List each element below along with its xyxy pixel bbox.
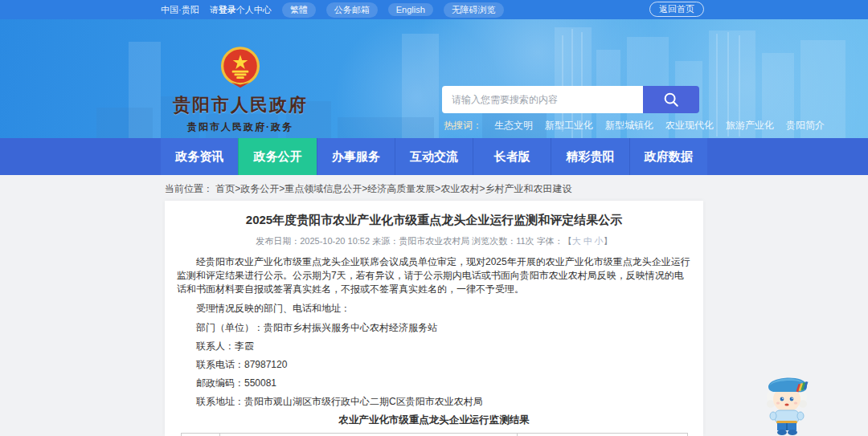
link-english[interactable]: English <box>388 3 433 16</box>
contact-person: 联系人：李霞 <box>177 340 691 353</box>
hot-word-3[interactable]: 新型城镇化 <box>605 119 653 132</box>
site-search <box>442 86 699 113</box>
guiyang-gov-page: 中国·贵阳 请登录个人中心 繁體 公务邮箱 English 无障碍浏览 返回首页 <box>0 0 868 436</box>
contact-department: 部门（单位）：贵阳市乡村振兴服务中心农村经济服务站 <box>177 321 691 335</box>
font-size-label: 字体：【 <box>537 236 572 246</box>
nav-item-zhengwu-gongkai[interactable]: 政务公开 <box>238 138 316 175</box>
contact-postcode: 邮政编码：550081 <box>177 377 691 390</box>
link-traditional-chinese[interactable]: 繁體 <box>282 2 316 18</box>
hot-words-label: 热搜词： <box>444 119 482 132</box>
paragraph-acceptance: 受理情况反映的部门、电话和地址： <box>177 302 691 316</box>
nav-item-zhangzheban[interactable]: 长者版 <box>473 138 551 175</box>
contact-phone: 联系电话：87987120 <box>177 358 691 372</box>
hot-word-1[interactable]: 生态文明 <box>494 119 533 132</box>
breadcrumb: 当前位置： 首页>政务公开>重点领域信息公开>经济高质量发展>农业农村>乡村产业… <box>165 182 571 196</box>
font-size-suffix: 】 <box>604 236 612 246</box>
article-title: 2025年度贵阳市农业产业化市级重点龙头企业运行监测和评定结果公示 <box>165 201 703 228</box>
article-body: 经贵阳市农业产业化市级重点龙头企业联席会议成员单位审定，现对2025年开展的农业… <box>165 247 703 409</box>
article-card: 2025年度贵阳市农业产业化市级重点龙头企业运行监测和评定结果公示 发布日期：2… <box>165 201 703 436</box>
hot-word-2[interactable]: 新型工业化 <box>545 119 593 132</box>
link-login-personal-center[interactable]: 请登录个人中心 <box>210 4 272 16</box>
top-utility-bar: 中国·贵阳 请登录个人中心 繁體 公务邮箱 English 无障碍浏览 返回首页 <box>0 0 868 19</box>
mascot-assistant[interactable] <box>762 366 812 436</box>
search-icon <box>662 91 680 108</box>
search-button[interactable] <box>643 86 699 113</box>
breadcrumb-label: 当前位置： <box>165 183 213 194</box>
contact-address: 联系地址：贵阳市观山湖区市级行政中心二期C区贵阳市农业农村局 <box>177 395 691 409</box>
nav-item-jingcai-guiyang[interactable]: 精彩贵阳 <box>551 138 628 175</box>
header-banner: 贵阳市人民政府 贵阳市人民政府·政务 www.guiyang.gov.cn 热搜… <box>0 19 868 138</box>
search-input[interactable] <box>442 86 643 113</box>
link-china-guiyang[interactable]: 中国·贵阳 <box>161 4 199 16</box>
nav-item-banshi-fuwu[interactable]: 办事服务 <box>317 138 395 175</box>
table-caption: 农业产业化市级重点龙头企业运行监测结果 <box>165 414 703 427</box>
publish-date: 发布日期：2025-10-20 10:52 <box>256 236 370 246</box>
main-navigation: 政务资讯 政务公开 办事服务 互动交流 长者版 精彩贵阳 政府数据 <box>0 138 868 175</box>
breadcrumb-path[interactable]: 首页>政务公开>重点领域信息公开>经济高质量发展>农业农村>乡村产业和农田建设 <box>215 183 571 194</box>
font-size-medium[interactable]: 中 <box>583 236 592 246</box>
nav-item-zhengwu-zixun[interactable]: 政务资讯 <box>161 138 238 175</box>
site-title: 贵阳市人民政府 <box>166 93 315 117</box>
login-bold: 登录 <box>219 5 236 14</box>
back-to-home-button[interactable]: 返回首页 <box>649 2 704 17</box>
hot-word-6[interactable]: 贵阳简介 <box>786 119 825 132</box>
link-accessibility[interactable]: 无障碍浏览 <box>444 2 504 18</box>
paragraph-announcement: 经贵阳市农业产业化市级重点龙头企业联席会议成员单位审定，现对2025年开展的农业… <box>177 255 691 296</box>
hot-search-words: 热搜词： 生态文明 新型工业化 新型城镇化 农业现代化 旅游产业化 贵阳简介 <box>444 119 825 132</box>
nav-item-hudong-jiaoliu[interactable]: 互动交流 <box>395 138 473 175</box>
login-prefix: 请 <box>210 5 219 14</box>
monitoring-results-table: 序号 企业名称 监测结果 1 贵州合力超市采购有限公司 合格 2 贵州友禾种业有… <box>181 433 688 436</box>
site-logo[interactable]: 贵阳市人民政府 贵阳市人民政府·政务 www.guiyang.gov.cn <box>166 46 315 138</box>
nav-item-zhengfu-shuju[interactable]: 政府数据 <box>629 138 707 175</box>
article-source: 来源：贵阳市农业农村局 <box>372 236 469 246</box>
hot-word-5[interactable]: 旅游产业化 <box>726 119 774 132</box>
view-count: 浏览次数：11次 <box>472 236 534 246</box>
site-subtitle: 贵阳市人民政府·政务 <box>166 120 315 134</box>
national-emblem-icon <box>218 46 263 91</box>
link-official-mail[interactable]: 公务邮箱 <box>326 2 378 18</box>
hot-word-4[interactable]: 农业现代化 <box>665 119 714 132</box>
article-meta: 发布日期：2025-10-20 10:52 来源：贵阳市农业农村局 浏览次数：1… <box>165 235 703 247</box>
login-suffix: 个人中心 <box>236 5 272 14</box>
font-size-small[interactable]: 小 <box>595 236 604 246</box>
font-size-large[interactable]: 大 <box>572 236 581 246</box>
